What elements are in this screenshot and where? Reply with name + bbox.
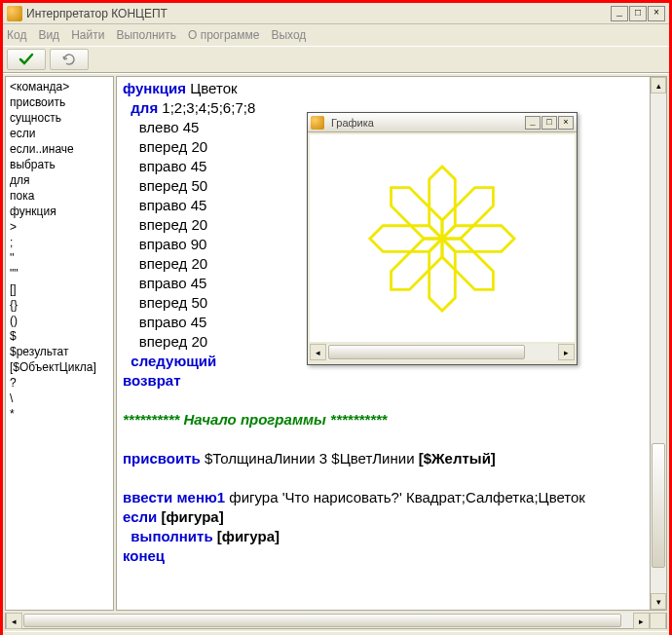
menu-about[interactable]: О программе xyxy=(188,28,259,42)
code-text: вправо 45 xyxy=(139,158,207,174)
sidebar-item[interactable]: для xyxy=(10,172,109,188)
check-icon xyxy=(19,52,34,67)
graphics-window-controls: _ □ × xyxy=(525,116,574,130)
code-text: вперед 20 xyxy=(139,255,207,272)
maximize-button[interactable]: □ xyxy=(629,6,647,21)
code-text: вправо 45 xyxy=(139,314,207,330)
sidebar-item[interactable]: \ xyxy=(10,391,109,406)
menu-code[interactable]: Код xyxy=(7,28,26,42)
sidebar-item[interactable]: () xyxy=(10,313,109,328)
scroll-down-button[interactable]: ▾ xyxy=(651,593,666,610)
minimize-button[interactable]: _ xyxy=(611,6,628,21)
graphics-window[interactable]: Графика _ □ × xyxy=(307,112,578,365)
code-kw: следующий xyxy=(131,353,216,369)
sidebar-item[interactable]: > xyxy=(10,219,109,235)
scroll-up-button[interactable]: ▴ xyxy=(651,77,666,93)
code-kw: если xyxy=(123,508,157,525)
code-text: фигура 'Что нарисовать?' Квадрат;Салфетк… xyxy=(225,489,585,505)
sidebar-item[interactable]: если..иначе xyxy=(10,141,109,157)
app-icon xyxy=(7,6,22,21)
graphics-close-button[interactable]: × xyxy=(558,116,574,130)
main-area: <команда> присвоить сущность если если..… xyxy=(3,73,669,613)
sidebar-item[interactable]: если xyxy=(10,126,109,141)
scroll-left-button[interactable]: ◂ xyxy=(310,344,326,360)
scroll-right-button[interactable]: ▸ xyxy=(558,344,575,360)
window-title: Интерпретатор КОНЦЕПТ xyxy=(26,7,611,20)
code-kw: для xyxy=(131,99,158,116)
sidebar-item[interactable]: пока xyxy=(10,188,109,204)
toolbar xyxy=(3,46,669,73)
sidebar-item[interactable]: [] xyxy=(10,281,109,297)
graphics-title: Графика xyxy=(331,113,525,132)
code-var: [фигура] xyxy=(213,528,280,544)
code-text: вперед 20 xyxy=(139,216,207,233)
menu-find[interactable]: Найти xyxy=(71,28,104,42)
scroll-right-button[interactable]: ▸ xyxy=(633,613,650,629)
sidebar-item[interactable]: "" xyxy=(10,266,109,281)
run-button[interactable] xyxy=(7,49,46,70)
code-text: вперед 50 xyxy=(139,294,207,311)
code-kw: конец xyxy=(123,547,165,564)
editor-area: функция Цветок для 1;2;3;4;5;6;7;8 влево… xyxy=(116,76,667,611)
code-text: вперед 20 xyxy=(139,138,207,155)
code-text: вправо 45 xyxy=(139,197,207,213)
keywords-sidebar[interactable]: <команда> присвоить сущность если если..… xyxy=(5,76,114,611)
code-text: вправо 90 xyxy=(139,236,207,252)
sidebar-item[interactable]: $ xyxy=(10,328,109,344)
sidebar-item[interactable]: '' xyxy=(10,250,109,266)
code-kw: ввести меню1 xyxy=(123,489,225,505)
code-text: вперед 20 xyxy=(139,333,207,350)
titlebar[interactable]: Интерпретатор КОНЦЕПТ _ □ × xyxy=(3,3,669,24)
code-editor[interactable]: функция Цветок для 1;2;3;4;5;6;7;8 влево… xyxy=(116,76,651,611)
sidebar-item[interactable]: сущность xyxy=(10,110,109,126)
code-kw: присвоить xyxy=(123,450,201,467)
sidebar-item[interactable]: [$ОбъектЦикла] xyxy=(10,359,109,375)
code-comment: ********** Начало программы ********** xyxy=(123,411,387,428)
sidebar-item[interactable]: выбрать xyxy=(10,157,109,172)
scroll-thumb[interactable] xyxy=(23,614,621,627)
sidebar-item[interactable]: ; xyxy=(10,235,109,250)
flower-drawing xyxy=(350,146,535,331)
graphics-minimize-button[interactable]: _ xyxy=(525,116,541,130)
code-text: 1;2;3;4;5;6;7;8 xyxy=(158,99,255,116)
window-controls: _ □ × xyxy=(611,6,665,21)
refresh-icon xyxy=(61,52,77,67)
scroll-track[interactable] xyxy=(651,93,666,593)
sidebar-item[interactable]: * xyxy=(10,406,109,422)
scroll-corner xyxy=(650,613,666,629)
code-text: $ТолщинаЛинии 3 $ЦветЛинии xyxy=(201,450,419,467)
graphics-maximize-button[interactable]: □ xyxy=(541,116,557,130)
code-text: влево 45 xyxy=(139,119,200,135)
code-kw: возврат xyxy=(123,372,181,389)
graphics-canvas xyxy=(310,134,575,342)
scroll-thumb[interactable] xyxy=(328,345,525,359)
graphics-hscrollbar[interactable]: ◂ ▸ xyxy=(310,344,575,360)
code-text: Цветок xyxy=(186,80,238,96)
editor-vscrollbar[interactable]: ▴ ▾ xyxy=(651,76,667,611)
code-var: [фигура] xyxy=(157,508,223,525)
refresh-button[interactable] xyxy=(50,49,89,70)
code-kw: функция xyxy=(123,80,186,96)
sidebar-item[interactable]: $результат xyxy=(10,344,109,359)
sidebar-item[interactable]: функция xyxy=(10,204,109,219)
menu-view[interactable]: Вид xyxy=(38,28,59,42)
code-text: вперед 50 xyxy=(139,177,207,194)
graphics-titlebar[interactable]: Графика _ □ × xyxy=(308,113,577,132)
scroll-thumb[interactable] xyxy=(652,443,665,568)
editor-hscrollbar[interactable]: ◂ ▸ xyxy=(5,613,667,629)
menubar: Код Вид Найти Выполнить О программе Выхо… xyxy=(3,24,669,46)
app-window: Интерпретатор КОНЦЕПТ _ □ × Код Вид Найт… xyxy=(0,0,672,635)
sidebar-item[interactable]: <команда> xyxy=(10,79,109,94)
statusbar: Стр:118 Поз:1 xyxy=(3,631,669,635)
code-text: вправо 45 xyxy=(139,275,207,291)
menu-run[interactable]: Выполнить xyxy=(116,28,176,42)
sidebar-item[interactable]: ? xyxy=(10,375,109,391)
sidebar-item[interactable]: присвоить xyxy=(10,94,109,110)
scroll-left-button[interactable]: ◂ xyxy=(6,613,22,629)
menu-exit[interactable]: Выход xyxy=(271,28,306,42)
graphics-icon xyxy=(311,116,324,130)
close-button[interactable]: × xyxy=(648,6,665,21)
sidebar-item[interactable]: {} xyxy=(10,297,109,313)
scroll-track[interactable] xyxy=(326,344,558,360)
scroll-track[interactable] xyxy=(22,613,633,628)
